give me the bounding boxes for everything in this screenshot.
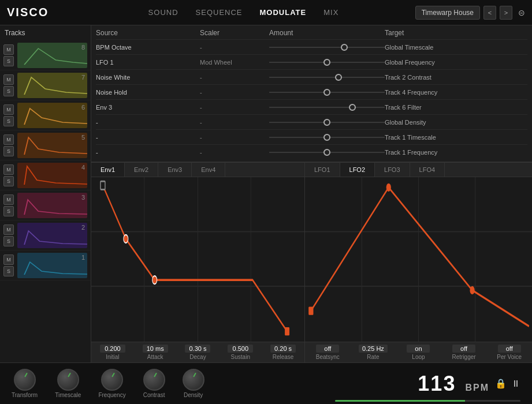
- nav-modulate[interactable]: MODULATE: [260, 6, 307, 19]
- lfo-tab-4[interactable]: LFO4: [410, 163, 445, 177]
- mod-row-2-target: Track 2 Contrast: [385, 74, 527, 81]
- lfo-graph[interactable]: [305, 177, 532, 342]
- lfo-rate-label: Rate: [367, 354, 379, 360]
- env-control-initial: 0.200 Initial: [91, 345, 134, 360]
- bpm-lock-button[interactable]: 🔒: [495, 378, 507, 389]
- contrast-knob[interactable]: [143, 369, 165, 391]
- mod-row-4-amount[interactable]: [269, 102, 385, 113]
- mod-row-4: Env 3 - Track 6 Filter: [96, 99, 527, 114]
- env-initial-label: Initial: [106, 354, 119, 360]
- env-decay-label: Decay: [189, 354, 206, 360]
- env-attack-value[interactable]: 10 ms: [143, 345, 168, 353]
- track-1-solo-button[interactable]: S: [3, 266, 14, 276]
- density-knob[interactable]: [183, 369, 204, 391]
- env-controls: 0.200 Initial 10 ms Attack 0.30 s Decay …: [91, 342, 304, 362]
- env-tab-3[interactable]: Env3: [158, 163, 192, 177]
- header-amount: Amount: [269, 29, 385, 37]
- mod-row-1-amount[interactable]: [269, 57, 385, 68]
- track-8-mute-button[interactable]: M: [3, 44, 14, 55]
- nav-sound[interactable]: SOUND: [148, 6, 178, 19]
- mod-row-4-target: Track 6 Filter: [385, 104, 527, 111]
- slider-knob-0[interactable]: [341, 44, 348, 51]
- env-tab-1[interactable]: Env1: [91, 163, 125, 177]
- mod-row-5-scaler: -: [200, 119, 269, 126]
- lfo-tab-3[interactable]: LFO3: [375, 163, 410, 177]
- mod-row-5-source: -: [96, 119, 200, 126]
- env-control-decay: 0.30 s Decay: [177, 345, 220, 360]
- lfo-beatsync-value[interactable]: off: [316, 345, 339, 353]
- timescale-knob[interactable]: [57, 369, 79, 391]
- track-2-solo-button[interactable]: S: [3, 236, 14, 246]
- transform-knob[interactable]: [14, 369, 36, 391]
- header: VISCO SOUND SEQUENCE MODULATE MIX Timewa…: [0, 0, 532, 25]
- lfo-tab-1[interactable]: LFO1: [305, 163, 340, 177]
- env-sustain-value[interactable]: 0.500: [228, 345, 253, 353]
- slider-knob-2[interactable]: [335, 74, 342, 81]
- env-lfo-section: Env1 Env2 Env3 Env4: [91, 162, 532, 362]
- track-2-buttons: M S: [3, 225, 14, 246]
- track-2-mute-button[interactable]: M: [3, 225, 14, 235]
- lfo-pervoice-value[interactable]: off: [498, 345, 521, 353]
- preset-name[interactable]: Timewarp House: [415, 6, 480, 20]
- track-4-mute-button[interactable]: M: [3, 164, 14, 175]
- track-item-4: M S 4: [0, 160, 91, 190]
- track-4-solo-button[interactable]: S: [3, 176, 14, 186]
- track-3-solo-button[interactable]: S: [3, 206, 14, 216]
- mod-row-6-source: -: [96, 134, 200, 141]
- mod-row-7-amount[interactable]: [269, 147, 385, 158]
- knob-timescale-group: Timescale: [55, 369, 81, 398]
- preset-prev-button[interactable]: <: [483, 6, 496, 20]
- knob-density-group: Density: [183, 369, 204, 398]
- frequency-knob[interactable]: [101, 369, 123, 391]
- track-7-solo-button[interactable]: S: [3, 86, 14, 96]
- bpm-controls: 🔒 ⏸: [495, 378, 520, 389]
- mod-row-7-scaler: -: [200, 149, 269, 156]
- track-5-solo-button[interactable]: S: [3, 146, 14, 156]
- knob-frequency-group: Frequency: [98, 369, 125, 398]
- mod-row-3-amount[interactable]: [269, 87, 385, 98]
- mod-row-0-source: BPM Octave: [96, 44, 200, 51]
- preset-next-button[interactable]: >: [500, 6, 512, 20]
- lfo-tab-2[interactable]: LFO2: [340, 163, 375, 177]
- track-item-7: M S 7: [0, 70, 91, 100]
- grid-icon[interactable]: ⊝: [518, 8, 525, 17]
- track-5-waveform: 5: [17, 133, 87, 158]
- mod-row-2: Noise White - Track 2 Contrast: [96, 69, 527, 84]
- track-6-solo-button[interactable]: S: [3, 116, 14, 126]
- track-2-waveform: 2: [17, 223, 87, 248]
- lfo-retrigger-value[interactable]: off: [452, 345, 475, 353]
- slider-knob-7[interactable]: [323, 149, 330, 156]
- env-tab-4[interactable]: Env4: [192, 163, 225, 177]
- env-tab-2[interactable]: Env2: [125, 163, 158, 177]
- track-7-mute-button[interactable]: M: [3, 74, 14, 85]
- slider-track-4: [269, 107, 385, 107]
- nav-sequence[interactable]: SEQUENCE: [196, 6, 243, 19]
- track-6-waveform: 6: [17, 103, 87, 128]
- slider-knob-4[interactable]: [349, 104, 356, 111]
- env-graph[interactable]: [91, 177, 304, 342]
- slider-knob-6[interactable]: [323, 134, 330, 141]
- mod-row-6-amount[interactable]: [269, 132, 385, 143]
- lfo-rate-value[interactable]: 0.25 Hz: [359, 345, 388, 353]
- env-initial-value[interactable]: 0.200: [100, 345, 125, 353]
- track-3-mute-button[interactable]: M: [3, 194, 14, 205]
- track-4-number: 4: [81, 164, 85, 171]
- track-5-mute-button[interactable]: M: [3, 134, 14, 145]
- mod-table-header: Source Scaler Amount Target: [96, 28, 527, 39]
- env-release-value[interactable]: 0.20 s: [270, 345, 296, 353]
- env-decay-value[interactable]: 0.30 s: [185, 345, 210, 353]
- lfo-loop-value[interactable]: on: [407, 345, 430, 353]
- slider-knob-1[interactable]: [323, 59, 330, 66]
- slider-knob-5[interactable]: [323, 119, 330, 126]
- mod-row-2-amount[interactable]: [269, 72, 385, 83]
- slider-knob-3[interactable]: [323, 89, 330, 96]
- mod-row-0-amount[interactable]: [269, 42, 385, 53]
- mod-row-5-amount[interactable]: [269, 117, 385, 128]
- nav-mix[interactable]: MIX: [323, 6, 338, 19]
- mod-row-7-target: Track 1 Frequency: [385, 149, 527, 156]
- mod-row-3-target: Track 4 Frequency: [385, 89, 527, 96]
- track-8-solo-button[interactable]: S: [3, 56, 14, 66]
- track-1-mute-button[interactable]: M: [3, 255, 14, 265]
- track-6-mute-button[interactable]: M: [3, 104, 14, 115]
- bpm-pause-button[interactable]: ⏸: [511, 379, 520, 389]
